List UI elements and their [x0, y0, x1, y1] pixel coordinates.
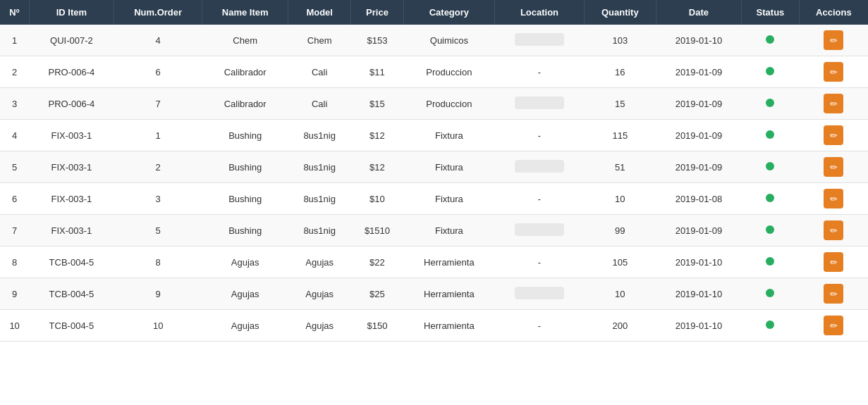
accions-cell[interactable]: ✏: [799, 215, 868, 247]
edit-button[interactable]: ✏: [824, 220, 843, 240]
category-cell: Herramienta: [403, 310, 494, 342]
location-cell: -: [495, 56, 585, 88]
accions-cell[interactable]: ✏: [799, 120, 868, 151]
edit-button[interactable]: ✏: [824, 189, 843, 208]
row-number-cell: 2: [0, 56, 29, 88]
accions-cell[interactable]: ✏: [799, 310, 868, 342]
status-dot: [766, 99, 774, 107]
num-order-cell: 2: [114, 151, 202, 183]
edit-button[interactable]: ✏: [824, 316, 843, 335]
category-cell: Fixtura: [403, 120, 494, 151]
accions-cell[interactable]: ✏: [799, 25, 868, 56]
date-cell: 2019-01-10: [656, 310, 742, 342]
location-cell: [495, 88, 585, 120]
name-item-cell: Bushing: [202, 151, 288, 183]
model-cell: 8us1nig: [288, 183, 351, 215]
accions-cell[interactable]: ✏: [799, 278, 868, 310]
date-cell: 2019-01-09: [656, 120, 742, 151]
date-cell: 2019-01-10: [656, 278, 742, 310]
row-number-cell: 5: [0, 151, 29, 183]
edit-button[interactable]: ✏: [824, 62, 843, 82]
table-row: 3PRO-006-47CalibradorCali$15Produccion15…: [0, 88, 868, 120]
status-cell: [742, 247, 800, 278]
status-cell: [742, 183, 800, 215]
num-order-cell: 1: [114, 120, 202, 151]
location-cell: -: [495, 183, 585, 215]
date-cell: 2019-01-10: [656, 25, 742, 56]
accions-cell[interactable]: ✏: [799, 183, 868, 215]
quantity-cell: 105: [584, 247, 656, 278]
status-dot: [766, 130, 774, 139]
row-number-cell: 7: [0, 215, 29, 247]
row-number-cell: 9: [0, 278, 29, 310]
edit-button[interactable]: ✏: [824, 30, 843, 50]
num-order-cell: 6: [114, 56, 202, 88]
price-cell: $150: [351, 310, 404, 342]
location-pill: [515, 223, 564, 236]
status-dot: [766, 320, 774, 329]
column-header-n-: Nº: [0, 0, 29, 25]
price-cell: $153: [351, 25, 404, 56]
location-cell: [495, 151, 585, 183]
id-item-cell: TCB-004-5: [29, 310, 114, 342]
model-cell: Agujas: [288, 278, 351, 310]
quantity-cell: 51: [584, 151, 656, 183]
edit-button[interactable]: ✏: [824, 94, 843, 113]
name-item-cell: Bushing: [202, 183, 288, 215]
status-dot: [766, 35, 774, 44]
status-dot: [766, 257, 774, 266]
table-row: 5FIX-003-12Bushing8us1nig$12Fixtura51201…: [0, 151, 868, 183]
column-header-date: Date: [656, 0, 742, 25]
accions-cell[interactable]: ✏: [799, 56, 868, 88]
price-cell: $12: [351, 151, 404, 183]
name-item-cell: Bushing: [202, 215, 288, 247]
category-cell: Produccion: [403, 88, 494, 120]
table-row: 8TCB-004-58AgujasAgujas$22Herramienta-10…: [0, 247, 868, 278]
status-dot: [766, 194, 774, 202]
accions-cell[interactable]: ✏: [799, 88, 868, 120]
status-dot: [766, 67, 774, 75]
status-cell: [742, 120, 800, 151]
name-item-cell: Agujas: [202, 247, 288, 278]
price-cell: $15: [351, 88, 404, 120]
model-cell: Chem: [288, 25, 351, 56]
num-order-cell: 8: [114, 247, 202, 278]
column-header-status: Status: [742, 0, 800, 25]
accions-cell[interactable]: ✏: [799, 247, 868, 278]
column-header-price: Price: [351, 0, 404, 25]
edit-button[interactable]: ✏: [824, 284, 843, 304]
model-cell: Agujas: [288, 310, 351, 342]
column-header-location: Location: [495, 0, 585, 25]
price-cell: $12: [351, 120, 404, 151]
edit-button[interactable]: ✏: [824, 125, 843, 145]
model-cell: Agujas: [288, 247, 351, 278]
table-row: 4FIX-003-11Bushing8us1nig$12Fixtura-1152…: [0, 120, 868, 151]
row-number-cell: 4: [0, 120, 29, 151]
accions-cell[interactable]: ✏: [799, 151, 868, 183]
price-cell: $10: [351, 183, 404, 215]
date-cell: 2019-01-09: [656, 151, 742, 183]
status-cell: [742, 215, 800, 247]
id-item-cell: FIX-003-1: [29, 215, 114, 247]
row-number-cell: 6: [0, 183, 29, 215]
location-cell: [495, 278, 585, 310]
id-item-cell: TCB-004-5: [29, 247, 114, 278]
column-header-name-item: Name Item: [202, 0, 288, 25]
status-cell: [742, 25, 800, 56]
edit-button[interactable]: ✏: [824, 157, 843, 177]
status-dot: [766, 162, 774, 170]
table-header-row: NºID ItemNum.OrderName ItemModelPriceCat…: [0, 0, 868, 25]
location-cell: -: [495, 310, 585, 342]
id-item-cell: TCB-004-5: [29, 278, 114, 310]
location-cell: -: [495, 247, 585, 278]
edit-button[interactable]: ✏: [824, 252, 843, 272]
name-item-cell: Agujas: [202, 310, 288, 342]
model-cell: Cali: [288, 88, 351, 120]
num-order-cell: 3: [114, 183, 202, 215]
price-cell: $11: [351, 56, 404, 88]
category-cell: Fixtura: [403, 215, 494, 247]
column-header-quantity: Quantity: [584, 0, 656, 25]
status-cell: [742, 310, 800, 342]
model-cell: 8us1nig: [288, 120, 351, 151]
price-cell: $1510: [351, 215, 404, 247]
